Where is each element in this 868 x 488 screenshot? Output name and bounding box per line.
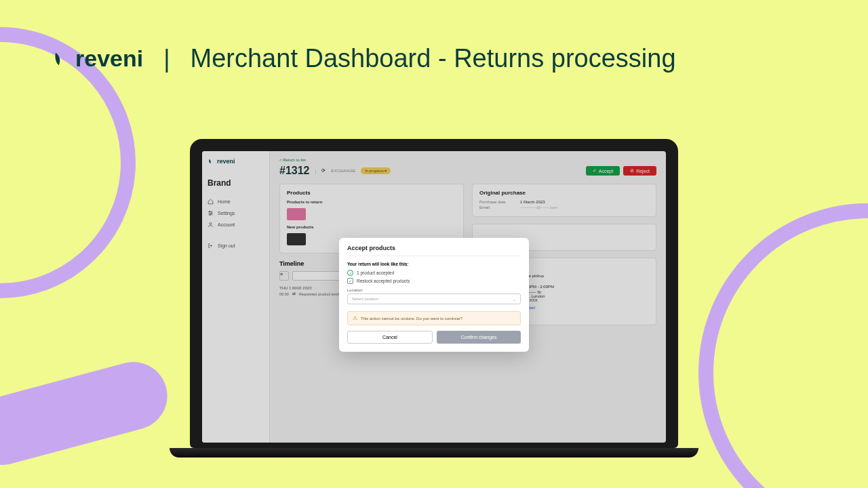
warning-text: This action cannot be undone. Do you wan… [361, 317, 462, 321]
marketing-header: reveni | Merchant Dashboard - Returns pr… [51, 44, 676, 73]
logo-text: reveni [75, 45, 143, 72]
restock-checkbox-row[interactable]: ✓ Restock accepted products [347, 278, 521, 284]
chevron-down-icon: ⌄ [513, 297, 516, 302]
accept-products-modal: Accept products Your return will look li… [339, 238, 529, 352]
restock-label: Restock accepted products [357, 279, 410, 283]
divider: | [163, 45, 170, 73]
accepted-products-line: ✓ 1 product accepted [347, 270, 521, 276]
reveni-logo: reveni [51, 45, 143, 72]
laptop-frame: reveni Brand Home Settings [190, 139, 678, 458]
location-label: Location [347, 288, 521, 292]
select-placeholder: Select location [352, 297, 378, 301]
modal-subtitle: Your return will look like this: [347, 262, 521, 266]
laptop-base [170, 448, 698, 458]
warning-box: ⚠ This action cannot be undone. Do you w… [347, 311, 521, 325]
warning-icon: ⚠ [353, 315, 357, 321]
decorative-swoosh [698, 203, 868, 488]
location-select[interactable]: Select location ⌄ [347, 293, 521, 304]
page-title: Merchant Dashboard - Returns processing [191, 44, 676, 73]
cancel-button[interactable]: Cancel [347, 331, 433, 344]
checkbox-icon[interactable]: ✓ [347, 278, 353, 284]
reveni-mark-icon [51, 49, 70, 68]
confirm-changes-button[interactable]: Confirm changes [437, 331, 521, 344]
decorative-swoosh [0, 354, 175, 472]
modal-title: Accept products [347, 245, 521, 256]
check-circle-icon: ✓ [347, 270, 353, 276]
